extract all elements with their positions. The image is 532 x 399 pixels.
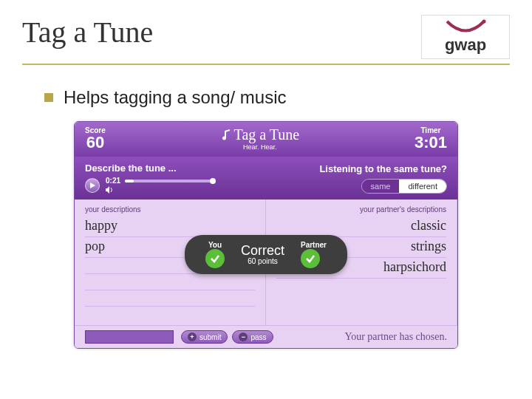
game-header: Score 60 Tag a Tune Hear. Hear. Timer 3:…	[75, 122, 457, 157]
pill-points: 60 points	[241, 257, 284, 265]
check-icon	[301, 249, 320, 268]
game-title-text: Tag a Tune	[234, 126, 300, 143]
game-title: Tag a Tune	[221, 126, 300, 143]
gwap-logo-text: gwap	[445, 35, 486, 55]
same-button[interactable]: same	[362, 180, 400, 193]
play-icon	[90, 183, 95, 188]
submit-button[interactable]: + submit	[181, 330, 228, 344]
different-button[interactable]: different	[399, 180, 446, 193]
timer-value: 3:01	[415, 134, 447, 151]
your-word: happy	[85, 216, 255, 237]
gwap-logo: gwap	[421, 15, 510, 59]
same-tune-label: Listening to the same tune?	[319, 163, 447, 174]
pill-partner-label: Partner	[301, 241, 327, 249]
bullet-text: Helps tagging a song/ music	[64, 87, 287, 108]
volume-icon[interactable]	[106, 186, 115, 194]
slide-title: Tag a Tune	[22, 15, 153, 50]
pass-label: pass	[250, 333, 266, 341]
pass-button[interactable]: − pass	[232, 330, 273, 344]
empty-line	[85, 290, 255, 307]
your-desc-label: your descriptions	[85, 205, 255, 214]
game-body: your descriptions happy pop your partner…	[75, 200, 457, 325]
check-icon	[205, 249, 225, 268]
gwap-arc-icon	[443, 19, 488, 35]
partner-word: classic	[276, 216, 446, 237]
submit-label: submit	[200, 333, 221, 341]
svg-point-0	[482, 20, 486, 24]
game-subbar: Describe the tune ... 0:21 Listening to …	[75, 157, 457, 200]
seek-track[interactable]	[125, 180, 214, 183]
pill-you-label: You	[205, 241, 225, 249]
score-value: 60	[85, 134, 106, 151]
bullet-icon	[44, 93, 53, 102]
music-note-icon	[221, 129, 231, 141]
plus-icon: +	[188, 332, 197, 341]
game-subtitle: Hear. Hear.	[221, 143, 300, 151]
play-time: 0:21	[106, 177, 120, 185]
result-pill: You Correct 60 points Partner	[185, 235, 347, 274]
describe-label: Describe the tune ...	[85, 163, 214, 174]
game-panel: Score 60 Tag a Tune Hear. Hear. Timer 3:…	[74, 121, 458, 349]
partner-chosen-note: Your partner has chosen.	[344, 331, 447, 343]
description-input[interactable]	[85, 330, 174, 344]
game-footer: + submit − pass Your partner has chosen.	[75, 325, 457, 348]
play-button[interactable]	[85, 178, 100, 193]
partner-desc-label: your partner's descriptions	[276, 205, 446, 214]
empty-line	[85, 274, 255, 290]
minus-icon: −	[239, 332, 248, 341]
same-different-toggle: same different	[361, 179, 447, 194]
pill-status: Correct	[241, 244, 284, 257]
